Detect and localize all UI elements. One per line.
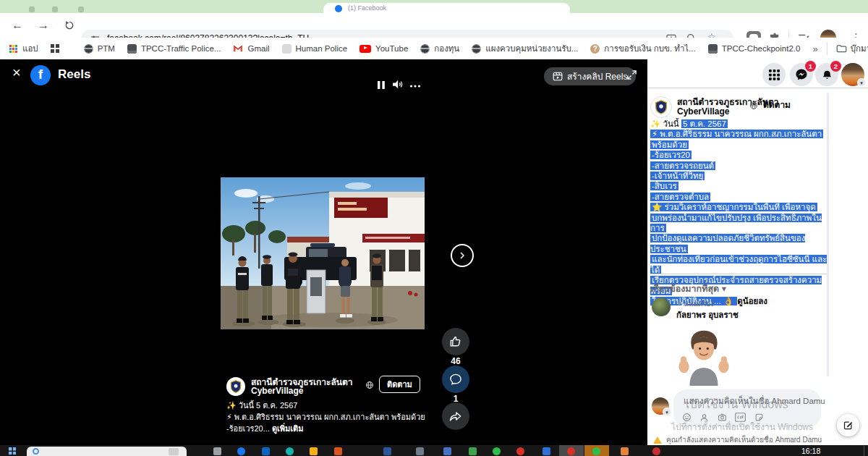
bookmark-ptm[interactable]: PTM [84,44,115,54]
top-fan-label: แฟนตัวยง [684,300,714,308]
avatar-sticker-icon[interactable] [699,412,709,425]
search-icon [33,448,39,455]
pause-icon[interactable] [377,80,386,93]
post-line-text: และนักท่องเที่ยวก่อนเข้าช่วงฤดูการไฮซีซั… [650,255,827,274]
taskbar-app-icon[interactable] [592,447,600,455]
taskbar-app-icon[interactable] [516,447,524,455]
active-tab[interactable]: (1) Facebook [323,3,570,13]
sticker-icon[interactable] [754,412,764,425]
post-line: และนักท่องเที่ยวก่อนเข้าช่วงฤดูการไฮซีซั… [650,254,831,275]
start-button-icon[interactable] [9,447,16,455]
taskbar-facebook-icon[interactable] [237,447,245,455]
bookmark-fund[interactable]: กองทุน [420,42,459,55]
police-badge-logo [650,96,672,118]
back-icon[interactable]: ← [12,13,23,38]
compose-post-button[interactable] [837,414,859,436]
apps-menu-button[interactable] [762,63,786,86]
taskbar-app-icon[interactable] [383,447,391,455]
taskbar-app-icon[interactable] [286,447,294,455]
commenter-avatar[interactable] [652,297,671,316]
post-text: ✨ วันนี้ 5 ต.ค. 2567 ⚡ พ.ต.อ.ศิริธรรม นา… [650,119,831,306]
close-icon[interactable]: × [12,65,21,80]
show-desktop-divider[interactable] [864,445,864,456]
bookmark-tpcc-traffic[interactable]: TPCC-Traffic Police... [127,44,221,54]
taskbar-app-icon[interactable] [567,447,575,455]
page-avatar-overlay[interactable] [226,377,245,396]
inactive-tab-icon[interactable] [52,7,58,12]
like-button[interactable] [442,328,469,355]
bookmark-human-police[interactable]: Human Police [282,44,348,54]
youtube-icon [359,45,371,53]
share-button[interactable] [442,402,469,430]
like-count: 46 [442,356,469,366]
taskbar-app-icon[interactable] [652,447,660,455]
apps-grid-icon [769,69,780,80]
facebook-logo-icon[interactable]: f [30,65,51,85]
avatar-sticker-comment[interactable] [671,329,736,389]
inactive-tab-icon[interactable] [78,7,84,12]
messenger-button[interactable]: 1 [790,63,813,86]
taskbar-search-box[interactable] [27,447,187,456]
camera-icon[interactable] [718,412,727,425]
bookmark-gmail[interactable]: Gmail [233,43,269,54]
bookmark-label: TPCC-Traffic Police... [141,44,221,53]
bookmark-label: TPCC-Checkpoint2.0 [722,44,801,53]
comment-sort-dropdown[interactable]: เกี่ยวข้องมากที่สุด ▾ [650,282,726,296]
site-icon [708,44,718,54]
create-reel-button[interactable]: สร้างคลิป Reels [544,67,636,85]
gif-icon[interactable] [735,412,746,425]
inactive-tab-icon[interactable] [29,7,35,12]
taskbar-app-icon[interactable] [542,447,550,455]
page-subname[interactable]: CyberVillage [677,106,729,117]
notifications-button[interactable]: 2 [815,63,838,86]
next-reel-button[interactable] [451,244,474,267]
reel-video[interactable] [221,177,425,329]
reels-title: Reels [58,67,90,82]
post-line: -สิบเวร [650,181,831,191]
see-more-link[interactable]: ดูเพิ่มเติม [272,424,304,433]
folder-icon [836,43,846,54]
messenger-badge: 1 [805,61,816,72]
emoji-icon[interactable] [682,412,692,425]
fullscreen-expand-icon[interactable] [626,69,637,83]
taskbar-app-icon[interactable] [213,447,221,455]
bookmarks-separator [827,42,827,55]
comment-bubble-icon [448,372,463,387]
commenter-name[interactable]: กัลยาพร อุบลราช [676,308,739,321]
bookmark-youtube[interactable]: YouTube [359,44,408,53]
page-avatar[interactable] [650,96,672,118]
bookmark-grid-shortcut[interactable] [51,44,59,53]
post-line-text: -ร้อยเวร20 [650,151,692,159]
bookmark-apps[interactable]: แอป [9,42,38,55]
post-line-text: บกพร่องนำมาแก้ไขปรับปรุง เพื่อประสิทธิภา… [650,214,822,232]
more-options-icon[interactable] [409,80,421,93]
follow-button-sidebar[interactable]: ติดตาม [763,98,791,111]
account-menu-button[interactable]: ▾ [841,63,864,86]
sidebar-scrollbar[interactable] [827,93,829,376]
volume-icon[interactable] [391,78,404,93]
bookmark-dashboard[interactable]: แผงควบคุมหน่วยงานรับ... [472,42,578,55]
taskbar-app-icon[interactable] [493,447,501,455]
sort-label: เกี่ยวข้องมากที่สุด [650,284,719,294]
warning-text: คุณกำลังแสดงความคิดเห็นด้วยชื่อ Ahmard D… [666,434,822,445]
taskbar-folder-icon[interactable] [310,447,318,455]
post-line: -สายตรวจตำบล [650,192,831,202]
see-less-link[interactable]: ดูน้อยลง [737,297,767,305]
comment-button[interactable] [442,366,469,393]
taskbar-app-icon[interactable] [621,447,629,455]
bookmark-tpcc-checkpoint[interactable]: TPCC-Checkpoint2.0 [708,44,801,54]
overlay-page-subname[interactable]: CyberVillage [251,386,303,396]
all-bookmarks-folder[interactable]: บุ๊กมาร์กทั้งหมด [836,42,868,55]
taskbar-app-icon[interactable] [262,447,270,455]
taskbar-app-icon[interactable] [443,447,451,455]
taskbar-app-icon[interactable] [416,447,424,455]
bookmarks-overflow-chevron[interactable]: » [812,43,817,54]
bookmark-gpf[interactable]: ?การขอรับเงิน กบข. ทำไ... [590,42,695,55]
forward-icon[interactable]: → [38,13,49,38]
taskbar-clock[interactable]: 16:18 [801,447,820,455]
taskbar-app-icon[interactable] [469,447,477,455]
taskbar-app-icon[interactable] [334,447,342,455]
composer-placeholder[interactable]: แสดงความคิดเห็นในชื่อ Ahmard Damu [684,394,825,408]
reload-icon[interactable] [64,20,75,31]
follow-button-overlay[interactable]: ติดตาม [379,376,420,393]
